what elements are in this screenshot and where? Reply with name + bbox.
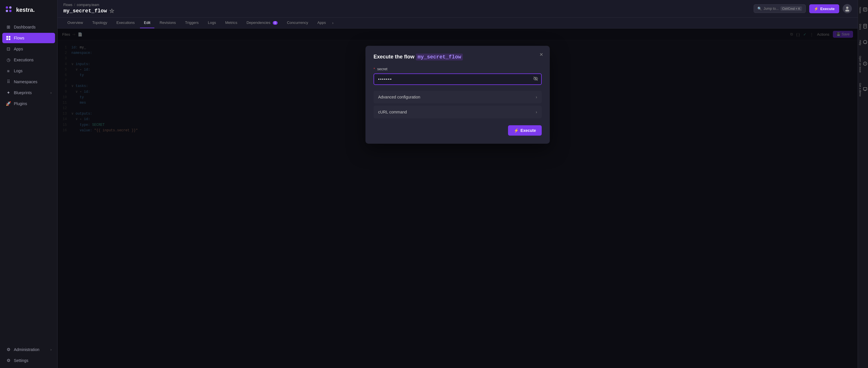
- tab-metrics[interactable]: Metrics: [221, 18, 241, 28]
- header: Flows / company.team my_secret_flow ☆ 🔍 …: [58, 0, 858, 18]
- header-left: Flows / company.team my_secret_flow ☆: [63, 3, 114, 14]
- svg-rect-4: [6, 36, 8, 38]
- svg-text:?: ?: [863, 42, 867, 44]
- logs-icon: ≡: [6, 68, 11, 73]
- advanced-config-section: Advanced configuration ›: [374, 91, 542, 103]
- sidebar-item-label: Plugins: [14, 101, 27, 106]
- sidebar-item-blueprints[interactable]: ✦ Blueprints ›: [2, 88, 55, 98]
- far-right-help[interactable]: ? Help: [858, 37, 868, 48]
- sidebar-item-executions[interactable]: ◷ Executions: [2, 55, 55, 65]
- modal-footer: ⚡ Execute: [374, 125, 542, 135]
- editor-area: Files ⇒ 📄 ⧉ { } ✓ ⋮ Actions 💾 Save: [58, 29, 858, 368]
- arrow-icon: ›: [51, 91, 52, 94]
- advanced-config-toggle[interactable]: Advanced configuration ›: [374, 91, 542, 103]
- docs-label: Docs: [859, 24, 862, 30]
- svg-rect-6: [6, 38, 8, 40]
- far-right-get-demo[interactable]: Get a demo: [858, 80, 868, 99]
- namespaces-icon: ⠿: [6, 79, 11, 84]
- execute-header-button[interactable]: ⚡ Execute: [809, 4, 839, 13]
- sidebar-item-label: Executions: [14, 58, 33, 62]
- field-label: * secret: [374, 67, 542, 71]
- sidebar-item-label: Administration: [14, 347, 39, 352]
- sidebar-item-label: Apps: [14, 47, 23, 51]
- curl-label: cURL command: [378, 110, 407, 114]
- tab-concurrency[interactable]: Concurrency: [283, 18, 312, 28]
- sidebar-item-plugins[interactable]: 🚀 Plugins: [2, 98, 55, 109]
- breadcrumb-separator: /: [74, 3, 75, 7]
- sidebar-item-flows[interactable]: Flows: [2, 33, 55, 43]
- jump-to-button[interactable]: 🔍 Jump to... Ctrl/Cmd + K: [754, 4, 806, 13]
- advanced-config-label: Advanced configuration: [378, 95, 420, 99]
- execute-label: Execute: [820, 7, 835, 11]
- search-icon: 🔍: [757, 7, 762, 11]
- arrow-icon: ›: [51, 348, 52, 351]
- help-label: Help: [859, 40, 862, 45]
- jump-to-label: Jump to...: [764, 7, 779, 11]
- main-content: Flows / company.team my_secret_flow ☆ 🔍 …: [58, 0, 858, 368]
- svg-point-9: [845, 9, 849, 11]
- svg-point-1: [9, 6, 11, 9]
- sidebar-item-label: Flows: [14, 36, 25, 40]
- modal-close-button[interactable]: ✕: [537, 51, 545, 58]
- svg-point-0: [6, 6, 8, 9]
- far-right-docs[interactable]: Docs: [858, 21, 868, 32]
- sidebar-item-label: Dashboards: [14, 25, 36, 29]
- sidebar-item-label: Blueprints: [14, 90, 32, 95]
- breadcrumb: Flows / company.team: [63, 3, 114, 7]
- tab-overview[interactable]: Overview: [63, 18, 87, 28]
- news-label: News: [859, 7, 862, 13]
- flows-icon: [6, 35, 11, 40]
- settings-icon: ⚙: [6, 358, 11, 363]
- tab-bar: Overview Topology Executions Edit Revisi…: [58, 18, 858, 29]
- star-icon[interactable]: ☆: [109, 7, 114, 14]
- curl-toggle[interactable]: cURL command ›: [374, 106, 542, 118]
- modal-overlay[interactable]: ✕ Execute the flow my_secret_flow * secr…: [58, 29, 858, 368]
- tab-triggers[interactable]: Triggers: [181, 18, 203, 28]
- apps-icon: ⊡: [6, 47, 11, 52]
- more-tabs-icon[interactable]: ›: [332, 21, 334, 25]
- tab-logs[interactable]: Logs: [204, 18, 220, 28]
- far-right-open-issue[interactable]: Open an issue: [858, 53, 868, 75]
- sidebar-item-dashboards[interactable]: ⊞ Dashboards: [2, 22, 55, 32]
- svg-rect-7: [9, 38, 10, 40]
- open-issue-label: Open an issue: [859, 56, 862, 72]
- tab-executions[interactable]: Executions: [112, 18, 139, 28]
- tab-edit[interactable]: Edit: [140, 18, 154, 28]
- modal-title-code: my_secret_flow: [416, 54, 463, 60]
- tab-topology[interactable]: Topology: [88, 18, 111, 28]
- field-name: secret: [377, 67, 388, 71]
- modal-execute-button[interactable]: ⚡ Execute: [508, 125, 542, 135]
- user-avatar[interactable]: [843, 4, 852, 13]
- far-right-news[interactable]: News: [858, 3, 868, 16]
- svg-rect-5: [9, 36, 10, 38]
- logo: kestra.: [0, 0, 57, 20]
- execute-modal: ✕ Execute the flow my_secret_flow * secr…: [366, 46, 550, 144]
- sidebar-item-apps[interactable]: ⊡ Apps: [2, 44, 55, 54]
- header-right: 🔍 Jump to... Ctrl/Cmd + K ⚡ Execute: [754, 4, 852, 13]
- tab-revisions[interactable]: Revisions: [156, 18, 180, 28]
- tab-dependencies[interactable]: Dependencies 0: [243, 18, 282, 28]
- eye-icon[interactable]: [533, 76, 538, 82]
- lightning-icon: ⚡: [814, 7, 818, 11]
- modal-title: Execute the flow my_secret_flow: [374, 54, 542, 60]
- breadcrumb-namespace[interactable]: company.team: [77, 3, 99, 7]
- far-right-sidebar: News Docs ? Help Open an issue Get a dem…: [858, 0, 868, 368]
- chevron-right-icon: ›: [536, 95, 537, 99]
- blueprints-icon: ✦: [6, 90, 11, 95]
- lightning-icon: ⚡: [514, 128, 519, 133]
- svg-point-8: [846, 7, 848, 9]
- secret-input[interactable]: [374, 73, 542, 85]
- breadcrumb-flows[interactable]: Flows: [63, 3, 72, 7]
- sidebar-item-logs[interactable]: ≡ Logs: [2, 66, 55, 76]
- sidebar-item-administration[interactable]: ⚙ Administration ›: [2, 344, 55, 355]
- svg-point-3: [9, 10, 11, 12]
- grid-icon: ⊞: [6, 25, 11, 30]
- sidebar-navigation: ⊞ Dashboards Flows ⊡ Apps ◷ Executions ≡: [0, 20, 57, 368]
- svg-point-2: [6, 10, 8, 12]
- tab-apps[interactable]: Apps: [313, 18, 330, 28]
- curl-section: cURL command ›: [374, 106, 542, 118]
- sidebar-item-label: Namespaces: [14, 80, 37, 84]
- sidebar-item-namespaces[interactable]: ⠿ Namespaces: [2, 76, 55, 87]
- administration-icon: ⚙: [6, 347, 11, 352]
- sidebar-item-settings[interactable]: ⚙ Settings: [2, 355, 55, 366]
